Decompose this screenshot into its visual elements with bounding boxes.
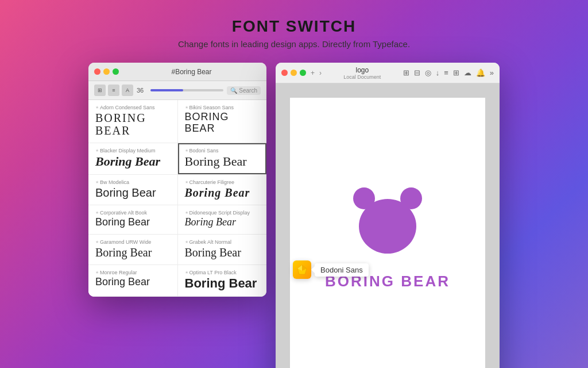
font-label-didonesque: Didonesque Script Display	[185, 210, 260, 216]
font-label-bodoni: Bodoni Sans	[185, 148, 260, 154]
font-row-2: Blacker Display Medium Boring Bear Bodon…	[88, 143, 266, 175]
sketch-doc-name: logo	[356, 66, 369, 74]
grid-view-button[interactable]: ⊞	[94, 85, 106, 96]
font-tooltip: Bodoni Sans	[315, 263, 369, 277]
type-view-button[interactable]: A	[122, 85, 133, 96]
search-label: Search	[239, 87, 257, 94]
size-slider[interactable]: 36	[137, 87, 223, 94]
font-cell-optima[interactable]: Optima LT Pro Black Boring Bear	[178, 265, 267, 296]
tooltip-font-name: Bodoni Sans	[320, 266, 363, 274]
font-label-garamond: Garamond URW Wide	[95, 239, 171, 245]
typeface-window: #Boring Bear ⊞ ≡ A 36 🔍 Search	[88, 63, 266, 297]
sketch-close-button[interactable]	[281, 70, 288, 76]
font-cell-garamond[interactable]: Garamond URW Wide Boring Bear	[88, 235, 178, 264]
font-sample-optima: Boring Bear	[185, 277, 260, 290]
sketch-titlebar: + › logo Local Document ⊞ ⊟ ◎ ↓ ≡ ⊞ ☁ 🔔 …	[276, 63, 500, 83]
minimize-button[interactable]	[103, 68, 110, 75]
font-row-5: Garamond URW Wide Boring Bear Grabek Alt…	[88, 235, 266, 265]
slider-value: 36	[137, 87, 148, 94]
font-sample-monroe: Boring Bear	[95, 277, 171, 288]
sketch-tool-7[interactable]: ☁	[464, 68, 471, 77]
font-sample-garamond: Boring Bear	[95, 246, 171, 259]
windows-container: #Boring Bear ⊞ ≡ A 36 🔍 Search	[88, 63, 500, 368]
font-cell-adorn[interactable]: Adorn Condensed Sans BORING BEAR	[88, 100, 178, 143]
page-subtitle: Change fonts in leading design apps. Dir…	[178, 39, 410, 49]
sketch-title-info: logo Local Document	[326, 66, 399, 80]
font-sample-bodoni: Boring Bear	[185, 155, 260, 168]
traffic-lights	[94, 68, 119, 75]
font-label-monroe: Monroe Regular	[95, 270, 171, 275]
font-row-4: Corporative Alt Book Boring Bear Didones…	[88, 205, 266, 235]
font-cell-bodoni[interactable]: Bodoni Sans Boring Bear	[178, 143, 267, 174]
list-view-button[interactable]: ≡	[108, 85, 119, 96]
font-cell-monroe[interactable]: Monroe Regular Boring Bear	[88, 265, 178, 296]
page-header: FONT SWITCH Change fonts in leading desi…	[178, 17, 410, 49]
forward-button[interactable]: ›	[319, 69, 322, 77]
sketch-tool-8[interactable]: 🔔	[476, 68, 485, 77]
font-label-bw: Bw Modelica	[95, 179, 171, 185]
font-row-1: Adorn Condensed Sans BORING BEAR Bikini …	[88, 100, 266, 143]
font-cell-charcuterie[interactable]: Charcuterie Filigree Boring Bear	[178, 175, 267, 205]
font-cell-blacker[interactable]: Blacker Display Medium Boring Bear	[88, 143, 178, 174]
typeface-window-title: #Boring Bear	[122, 68, 261, 76]
bear-illustration	[347, 187, 428, 262]
font-sample-bw: Boring Bear	[95, 186, 171, 199]
sketch-tooltip-container: Bodoni Sans	[293, 260, 369, 279]
font-label-blacker: Blacker Display Medium	[95, 148, 171, 154]
sketch-minimize-button[interactable]	[291, 70, 297, 76]
font-cell-bikini[interactable]: Bikini Season Sans BORING BEAR	[178, 100, 267, 143]
search-icon: 🔍	[230, 87, 237, 94]
typeface-titlebar: #Boring Bear	[88, 63, 266, 81]
slider-fill	[150, 89, 183, 91]
font-row-6: Monroe Regular Boring Bear Optima LT Pro…	[88, 265, 266, 297]
sketch-more-icon[interactable]: »	[490, 68, 494, 77]
close-button[interactable]	[94, 68, 100, 75]
font-sample-didonesque: Boring Bear	[185, 217, 260, 228]
page-title: FONT SWITCH	[178, 17, 410, 36]
toolbar-icons: ⊞ ≡ A	[94, 85, 133, 96]
font-list: Adorn Condensed Sans BORING BEAR Bikini …	[88, 100, 266, 297]
sketch-tool-1[interactable]: ⊞	[403, 68, 409, 77]
sketch-artboard: BORING BEAR Bodoni Sans	[290, 98, 485, 368]
font-label-bikini: Bikini Season Sans	[185, 105, 260, 110]
font-row-3: Bw Modelica Boring Bear Charcuterie Fili…	[88, 175, 266, 205]
font-label-charcuterie: Charcuterie Filigree	[185, 179, 260, 185]
sketch-traffic-lights	[281, 70, 306, 76]
sketch-window: + › logo Local Document ⊞ ⊟ ◎ ↓ ≡ ⊞ ☁ 🔔 …	[276, 63, 500, 368]
bear-head	[359, 199, 416, 254]
sketch-tool-3[interactable]: ◎	[425, 68, 431, 77]
font-label-optima: Optima LT Pro Black	[185, 270, 260, 275]
font-sample-bikini: BORING BEAR	[185, 112, 260, 135]
sketch-tool-6[interactable]: ⊞	[453, 68, 459, 77]
search-box[interactable]: 🔍 Search	[227, 86, 261, 95]
font-cell-corporative[interactable]: Corporative Alt Book Boring Bear	[88, 205, 178, 234]
sketch-tool-4[interactable]: ↓	[436, 68, 440, 77]
typeface-toolbar: ⊞ ≡ A 36 🔍 Search	[88, 81, 266, 100]
font-label-adorn: Adorn Condensed Sans	[95, 105, 171, 110]
font-cell-bw[interactable]: Bw Modelica Boring Bear	[88, 175, 178, 205]
font-sample-corporative: Boring Bear	[95, 217, 171, 228]
font-sample-grabek: Boring Bear	[185, 246, 260, 259]
font-cell-grabek[interactable]: Grabek Alt Normal Boring Bear	[178, 235, 267, 264]
font-sample-blacker: Boring Bear	[95, 155, 171, 168]
sketch-canvas: BORING BEAR Bodoni Sans	[276, 83, 500, 368]
fullscreen-button[interactable]	[113, 68, 119, 75]
sketch-tool-5[interactable]: ≡	[444, 68, 448, 77]
font-sample-charcuterie: Boring Bear	[185, 186, 260, 199]
font-sample-adorn: BORING BEAR	[95, 112, 171, 137]
slider-track	[150, 89, 223, 91]
sketch-app-icon	[293, 260, 311, 279]
font-label-grabek: Grabek Alt Normal	[185, 239, 260, 245]
font-label-corporative: Corporative Alt Book	[95, 210, 171, 216]
font-cell-didonesque[interactable]: Didonesque Script Display Boring Bear	[178, 205, 267, 234]
sketch-fullscreen-button[interactable]	[300, 70, 306, 76]
sketch-tool-2[interactable]: ⊟	[414, 68, 420, 77]
back-button[interactable]: +	[311, 69, 315, 77]
sketch-doc-subtitle: Local Document	[343, 74, 381, 80]
sketch-toolbar-icons: ⊞ ⊟ ◎ ↓ ≡ ⊞ ☁ 🔔 »	[403, 68, 494, 77]
